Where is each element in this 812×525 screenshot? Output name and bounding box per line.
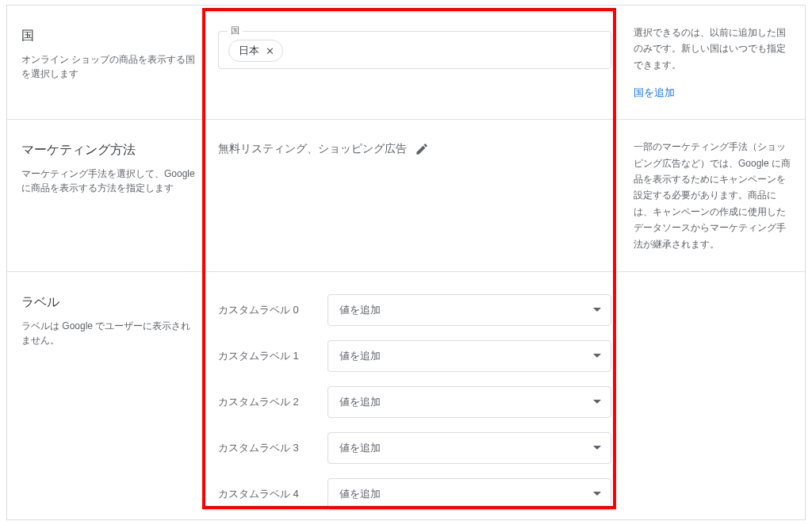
country-field-legend: 国 [228,25,243,36]
chevron-down-icon [593,446,601,450]
label-row-4: カスタムラベル 4 値を追加 [218,478,611,510]
section-marketing: マーケティング方法 マーケティング手法を選択して、Google に商品を表示する… [7,119,805,271]
custom-label-select-3[interactable]: 値を追加 [327,432,611,464]
custom-label-select-4[interactable]: 値を追加 [327,478,611,510]
label-row-3: カスタムラベル 3 値を追加 [218,432,611,464]
custom-label-name: カスタムラベル 0 [218,303,327,317]
chevron-down-icon [593,308,601,312]
country-subtitle: オンライン ショップの商品を表示する国を選択します [21,52,199,81]
select-placeholder: 値を追加 [339,441,381,455]
custom-label-name: カスタムラベル 4 [218,487,327,501]
settings-panel: 国 オンライン ショップの商品を表示する国を選択します 国 日本 ✕ 選択できる… [6,5,806,520]
section-country: 国 オンライン ショップの商品を表示する国を選択します 国 日本 ✕ 選択できる… [7,6,805,119]
label-row-1: カスタムラベル 1 値を追加 [218,340,611,372]
custom-label-name: カスタムラベル 1 [218,349,327,363]
custom-label-name: カスタムラベル 2 [218,395,327,409]
select-placeholder: 値を追加 [339,303,381,317]
labels-title: ラベル [21,294,199,311]
custom-label-select-0[interactable]: 値を追加 [327,294,611,326]
label-row-2: カスタムラベル 2 値を追加 [218,386,611,418]
select-placeholder: 値を追加 [339,395,381,409]
pencil-icon[interactable] [415,142,429,156]
country-help-text: 選択できるのは、以前に追加した国のみです。新しい国はいつでも指定できます。 [634,25,792,73]
marketing-value: 無料リスティング、ショッピング広告 [218,142,407,156]
custom-label-select-2[interactable]: 値を追加 [327,386,611,418]
select-placeholder: 値を追加 [339,349,381,363]
add-country-link[interactable]: 国を追加 [634,86,675,100]
country-title: 国 [21,28,199,44]
marketing-value-row: 無料リスティング、ショッピング広告 [218,142,429,156]
labels-subtitle: ラベルは Google でユーザーに表示されません。 [21,319,199,347]
section-labels: ラベル ラベルは Google でユーザーに表示されません。 カスタムラベル 0… [7,271,805,520]
custom-label-name: カスタムラベル 3 [218,441,327,455]
chevron-down-icon [593,400,601,404]
custom-label-select-1[interactable]: 値を追加 [327,340,611,372]
marketing-title: マーケティング方法 [21,142,199,159]
marketing-help-text: 一部のマーケティング手法（ショッピング広告など）では、Google に商品を表示… [634,139,792,252]
country-multiselect[interactable]: 日本 ✕ [218,31,611,69]
marketing-subtitle: マーケティング手法を選択して、Google に商品を表示する方法を指定します [21,167,199,195]
select-placeholder: 値を追加 [339,487,381,501]
close-icon[interactable]: ✕ [266,45,274,57]
chevron-down-icon [593,354,601,358]
country-chip[interactable]: 日本 ✕ [228,40,283,62]
label-row-0: カスタムラベル 0 値を追加 [218,294,611,326]
country-chip-label: 日本 [239,44,259,58]
chevron-down-icon [593,492,601,496]
